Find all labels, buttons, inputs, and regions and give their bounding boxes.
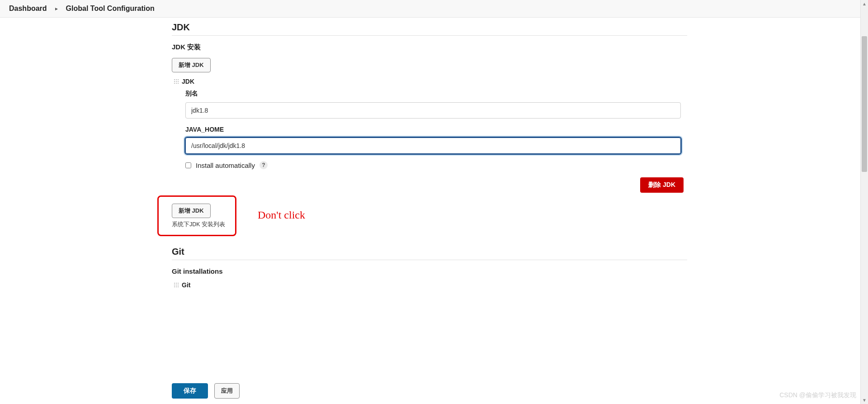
java-home-input[interactable]	[185, 138, 681, 154]
breadcrumb-dashboard[interactable]: Dashboard	[9, 5, 47, 13]
jdk-section-title: JDK	[172, 22, 687, 33]
add-jdk-button-top[interactable]: 新增 JDK	[172, 58, 211, 72]
jdk-install-heading: JDK 安装	[172, 43, 687, 52]
jdk-list-help: 系统下JDK 安装列表	[172, 221, 687, 228]
git-section-title: Git	[172, 247, 687, 257]
breadcrumb-global-tool-config[interactable]: Global Tool Configuration	[66, 5, 155, 13]
jdk-install-name: JDK	[182, 78, 194, 85]
add-jdk-button-bottom[interactable]: 新增 JDK	[172, 204, 211, 218]
scrollbar-thumb[interactable]	[862, 36, 867, 172]
install-auto-label: Install automatically	[196, 162, 255, 169]
breadcrumb: Dashboard ▸ Global Tool Configuration	[0, 0, 868, 18]
java-home-label: JAVA_HOME	[185, 126, 687, 133]
help-icon[interactable]: ?	[259, 161, 268, 169]
install-auto-checkbox[interactable]	[185, 162, 191, 168]
delete-jdk-button[interactable]: 删除 JDK	[640, 177, 684, 193]
divider	[172, 35, 687, 36]
divider	[172, 260, 687, 260]
alias-input[interactable]	[185, 102, 681, 119]
alias-label: 别名	[185, 90, 687, 98]
vertical-scrollbar[interactable]: ▲ ▼	[860, 0, 868, 330]
scroll-up-arrow-icon[interactable]: ▲	[861, 0, 868, 8]
drag-handle-icon[interactable]	[174, 282, 179, 288]
git-install-name: Git	[182, 281, 190, 289]
drag-handle-icon[interactable]	[174, 79, 179, 84]
git-install-heading: Git installations	[172, 267, 687, 275]
annotation-text: Don't click	[258, 209, 305, 221]
chevron-right-icon: ▸	[55, 5, 58, 12]
